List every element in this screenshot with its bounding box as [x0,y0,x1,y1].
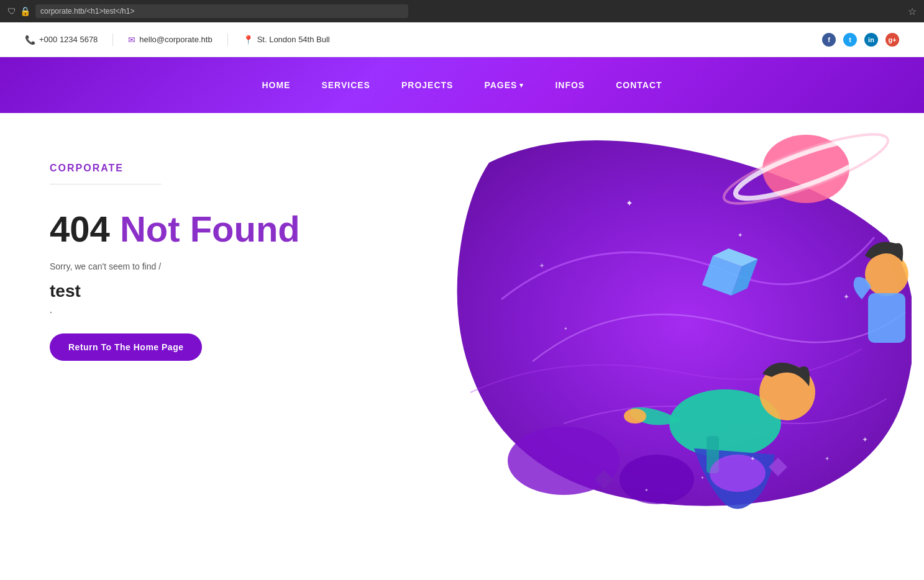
url-text: corporate.htb/<h1>test</h1> [40,7,134,16]
address-text: St. London 54th Bull [257,35,330,44]
svg-text:✦: ✦ [738,232,743,238]
error-heading: 404 Not Found [50,209,323,249]
svg-text:✦: ✦ [539,261,545,270]
browser-chrome: 🛡 🔒 corporate.htb/<h1>test</h1> ☆ [0,0,924,22]
svg-text:✦: ✦ [825,455,830,462]
svg-text:✦: ✦ [843,292,849,301]
svg-text:✦: ✦ [626,198,633,208]
svg-point-22 [620,455,694,504]
nav-pages[interactable]: PAGES ▾ [484,80,524,90]
topbar-divider-2 [227,34,228,46]
email-address: hello@corporate.htb [139,35,212,44]
topbar-divider-1 [112,34,113,46]
email-icon: ✉ [128,35,135,45]
address-item: 📍 St. London 54th Bull [243,35,330,45]
facebook-icon[interactable]: f [822,33,836,47]
topbar-contacts: 📞 +000 1234 5678 ✉ hello@corporate.htb 📍… [25,34,330,46]
pages-dropdown-arrow: ▾ [519,81,524,89]
googleplus-icon[interactable]: g+ [885,33,899,47]
svg-text:✦: ✦ [700,475,705,481]
email-item: ✉ hello@corporate.htb [128,35,212,45]
nav-projects[interactable]: PROJECTS [401,80,453,90]
bookmark-star-icon[interactable]: ☆ [908,6,917,17]
shield-icon: 🛡 [7,6,16,16]
error-path: test [50,281,323,301]
social-icons: f t in g+ [822,33,899,47]
svg-point-23 [710,455,766,492]
nav-infos[interactable]: INFOS [555,80,585,90]
main-content: ✦ ✦ ✦ ✦ ✦ ✦ ✦ ✦ ✦ [0,113,924,510]
svg-text:✦: ✦ [862,435,868,444]
home-page-button[interactable]: Return To The Home Page [50,333,202,361]
svg-rect-20 [868,293,905,343]
location-icon: 📍 [243,35,254,45]
brand-divider [50,184,162,184]
browser-security-icons: 🛡 🔒 [7,6,30,16]
nav-home[interactable]: HOME [262,80,290,90]
topbar: 📞 +000 1234 5678 ✉ hello@corporate.htb 📍… [0,22,924,57]
error-dot: . [50,305,323,315]
main-navbar: HOME SERVICES PROJECTS PAGES ▾ INFOS CON… [0,57,924,113]
phone-icon: 📞 [25,35,35,45]
svg-text:✦: ✦ [750,455,755,462]
twitter-icon[interactable]: t [843,33,857,47]
phone-item: 📞 +000 1234 5678 [25,35,98,45]
not-found-text: Not Found [120,209,300,249]
svg-text:✦: ✦ [644,487,649,493]
hero-illustration: ✦ ✦ ✦ ✦ ✦ ✦ ✦ ✦ ✦ [439,113,924,510]
brand-label: CORPORATE [50,163,323,174]
nav-contact[interactable]: CONTACT [616,80,662,90]
lock-icon: 🔒 [20,6,30,16]
svg-text:✦: ✦ [874,216,882,227]
linkedin-icon[interactable]: in [864,33,878,47]
svg-point-17 [624,409,646,424]
nav-services[interactable]: SERVICES [321,80,370,90]
error-description: Sorry, we can't seem to find / [50,261,323,271]
svg-text:✦: ✦ [564,326,568,332]
error-code: 404 [50,209,110,249]
address-bar[interactable]: corporate.htb/<h1>test</h1> [35,4,408,18]
phone-number: +000 1234 5678 [39,35,98,44]
error-content: CORPORATE 404 Not Found Sorry, we can't … [0,113,373,410]
